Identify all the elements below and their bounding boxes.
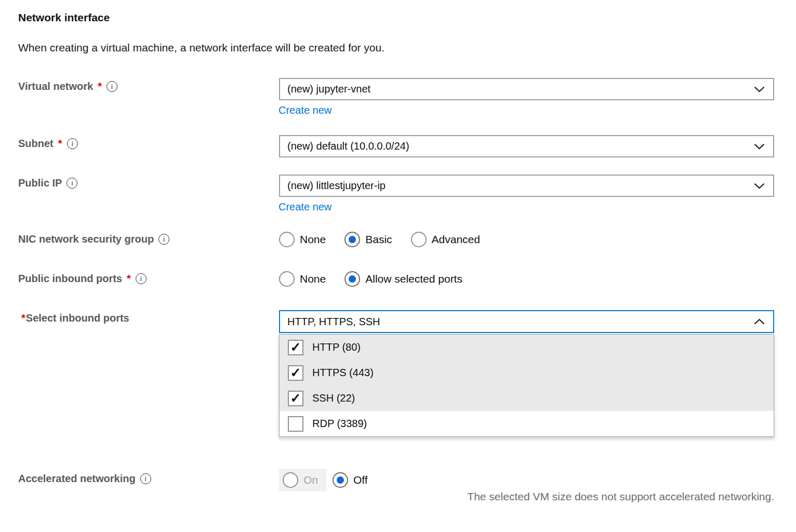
inbound-port-option-https[interactable]: ✓ HTTPS (443) [280, 360, 774, 385]
radio-button-selected [333, 472, 348, 488]
info-icon[interactable]: i [107, 81, 117, 92]
accelerated-networking-note: The selected VM size does not support ac… [279, 490, 774, 503]
info-icon[interactable]: i [158, 234, 169, 245]
chevron-down-icon [754, 183, 765, 189]
radio-button-selected [344, 271, 360, 287]
page-description: When creating a virtual machine, a netwo… [18, 42, 384, 54]
radio-button [279, 271, 295, 287]
required-asterisk: * [58, 138, 62, 150]
radio-button [279, 232, 295, 247]
required-asterisk: * [98, 81, 102, 92]
public-inbound-ports-label: Public inbound ports * i [18, 273, 147, 285]
checkbox-checked: ✓ [288, 365, 303, 381]
subnet-value: (new) default (10.0.0.0/24) [287, 140, 754, 152]
public-inbound-ports-radio-group: None Allow selected ports [279, 271, 462, 287]
inbound-port-option-rdp[interactable]: RDP (3389) [280, 411, 774, 436]
public-ip-value: (new) littlestjupyter-ip [287, 180, 754, 192]
nic-nsg-option-none[interactable]: None [279, 232, 326, 247]
public-inbound-ports-option-allow-selected[interactable]: Allow selected ports [344, 271, 462, 287]
network-interface-section: Network interface When creating a virtua… [0, 0, 796, 532]
virtual-network-create-new-link[interactable]: Create new [278, 104, 331, 116]
accelerated-networking-option-off[interactable]: Off [333, 472, 368, 488]
nic-nsg-option-advanced[interactable]: Advanced [411, 232, 480, 247]
info-icon[interactable]: i [136, 273, 147, 284]
info-icon[interactable]: i [67, 138, 78, 149]
subnet-select[interactable]: (new) default (10.0.0.0/24) [279, 135, 774, 157]
subnet-label: Subnet * i [18, 138, 78, 150]
select-inbound-ports-label: * Select inbound ports [21, 312, 129, 324]
accelerated-networking-option-on-disabled: On [279, 469, 326, 491]
info-icon[interactable]: i [140, 473, 151, 484]
public-ip-label: Public IP i [18, 177, 77, 189]
checkbox-checked: ✓ [288, 340, 303, 355]
nic-nsg-option-basic[interactable]: Basic [344, 232, 392, 247]
nic-nsg-label: NIC network security group i [18, 233, 169, 245]
radio-button [411, 232, 427, 247]
nic-nsg-radio-group: None Basic Advanced [279, 232, 480, 247]
accelerated-networking-label: Accelerated networking i [18, 473, 151, 485]
inbound-ports-dropdown-panel: ✓ HTTP (80) ✓ HTTPS (443) ✓ SSH (22) RDP… [279, 334, 774, 437]
page-title: Network interface [18, 11, 110, 24]
chevron-down-icon [754, 86, 765, 92]
virtual-network-value: (new) jupyter-vnet [287, 83, 754, 95]
virtual-network-label: Virtual network * i [18, 81, 117, 92]
checkbox-unchecked [288, 416, 303, 432]
inbound-port-option-ssh[interactable]: ✓ SSH (22) [280, 385, 774, 411]
required-asterisk: * [127, 273, 131, 285]
info-icon[interactable]: i [67, 178, 77, 189]
radio-button-selected [344, 232, 360, 247]
public-inbound-ports-option-none[interactable]: None [279, 271, 326, 287]
radio-button-disabled [283, 472, 298, 488]
chevron-down-icon [754, 143, 765, 150]
accelerated-networking-radio-group: On Off [279, 469, 368, 491]
public-ip-create-new-link[interactable]: Create new [278, 201, 331, 213]
select-inbound-ports-combobox[interactable]: HTTP, HTTPS, SSH [279, 310, 774, 333]
checkbox-checked: ✓ [288, 391, 303, 406]
inbound-port-option-http[interactable]: ✓ HTTP (80) [280, 335, 774, 360]
required-asterisk: * [21, 312, 25, 324]
public-ip-select[interactable]: (new) littlestjupyter-ip [279, 175, 774, 197]
select-inbound-ports-value: HTTP, HTTPS, SSH [287, 316, 754, 328]
virtual-network-select[interactable]: (new) jupyter-vnet [279, 78, 774, 100]
chevron-up-icon [754, 318, 765, 325]
